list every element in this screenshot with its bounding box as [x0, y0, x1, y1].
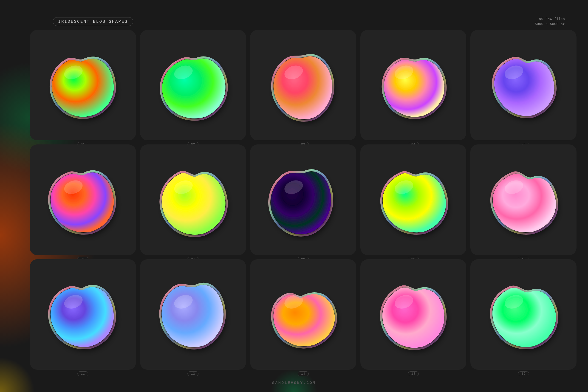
card-number-13: 13 [298, 371, 309, 376]
footer-text: SAMOLEVSKY.COM [272, 381, 316, 385]
blob-card-05: 05 [470, 30, 576, 140]
blob-card-14: 14 [360, 259, 466, 370]
card-number-12: 12 [188, 371, 199, 376]
card-number-11: 11 [78, 371, 88, 376]
blob-card-09: 09 [360, 144, 466, 255]
blob-card-10: 10 [470, 144, 576, 255]
card-number-14: 14 [408, 371, 419, 376]
blob-card-11: 11 [30, 259, 136, 370]
file-info-line2: 5000 × 5000 px [535, 22, 565, 27]
title-badge: IRIDESCENT BLOB SHAPES [53, 17, 133, 26]
blob-card-12: 12 [140, 259, 246, 370]
blob-card-07: 07 [140, 144, 246, 255]
file-info-line1: 90 PNG files [535, 16, 565, 22]
blob-card-06: 06 [30, 144, 136, 255]
blob-card-15: 15 [470, 259, 576, 370]
blob-card-01: 01 [30, 30, 136, 140]
blob-card-04: 04 [360, 30, 466, 140]
card-number-15: 15 [518, 371, 529, 376]
blob-card-03: 03 [250, 30, 356, 140]
blob-card-13: 13 [250, 259, 356, 370]
blob-grid: 010203040506070809101112131415 [30, 30, 576, 370]
blob-card-08: 08 [250, 144, 356, 255]
file-info: 90 PNG files 5000 × 5000 px [535, 16, 565, 27]
blob-card-02: 02 [140, 30, 246, 140]
